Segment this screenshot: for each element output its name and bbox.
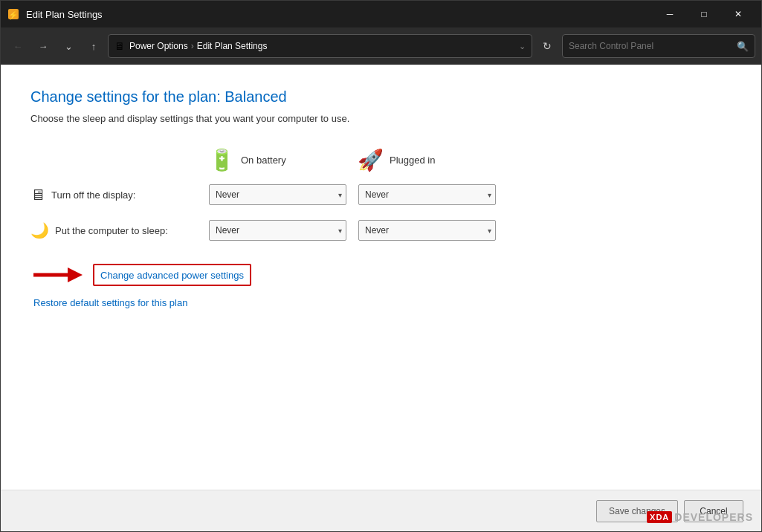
window-title: Edit Plan Settings [26, 9, 653, 20]
address-part1: Power Options [129, 41, 188, 51]
search-box[interactable]: 🔍 [562, 34, 755, 58]
restore-defaults-link[interactable]: Restore default settings for this plan [33, 297, 187, 308]
display-setting-label: 🖥 Turn off the display: [30, 186, 209, 204]
sleep-label-text: Put the computer to sleep: [55, 225, 168, 236]
advanced-link-box: Change advanced power settings [93, 264, 251, 286]
col-header-battery-label: On battery [241, 155, 286, 166]
display-battery-dropdown[interactable]: Never 1 minute 2 minutes 5 minutes 10 mi… [209, 184, 346, 205]
sleep-plugged-dropdown-wrapper[interactable]: Never 1 minute 2 minutes 5 minutes 10 mi… [358, 220, 496, 241]
display-battery-dropdown-wrapper[interactable]: Never 1 minute 2 minutes 5 minutes 10 mi… [209, 184, 346, 205]
content-main: Change settings for the plan: Balanced C… [1, 65, 761, 490]
address-icon: 🖥 [114, 40, 125, 52]
restore-link-wrapper: Restore default settings for this plan [33, 296, 732, 309]
address-path: Power Options › Edit Plan Settings [129, 41, 267, 51]
content-area: Change settings for the plan: Balanced C… [1, 65, 761, 531]
sleep-plugged-dropdown[interactable]: Never 1 minute 2 minutes 5 minutes 10 mi… [358, 220, 496, 241]
forward-button[interactable]: → [32, 35, 54, 57]
title-bar: ⚡ Edit Plan Settings ─ □ ✕ [1, 1, 761, 27]
address-bar[interactable]: 🖥 Power Options › Edit Plan Settings ⌄ [108, 34, 532, 58]
advanced-link-wrapper: Change advanced power settings [30, 262, 732, 288]
address-dropdown-icon: ⌄ [519, 42, 526, 51]
watermark-box-text: XDA [647, 511, 672, 523]
up-button[interactable]: ↑ [83, 35, 105, 57]
display-dropdowns: Never 1 minute 2 minutes 5 minutes 10 mi… [209, 184, 496, 205]
plugged-icon: 🚀 [358, 148, 384, 172]
window-controls: ─ □ ✕ [653, 1, 755, 27]
sleep-setting-row: 🌙 Put the computer to sleep: Never 1 min… [30, 220, 732, 241]
dropdown-button[interactable]: ⌄ [57, 35, 80, 57]
address-separator: › [191, 41, 194, 51]
advanced-power-settings-link[interactable]: Change advanced power settings [100, 270, 244, 281]
col-header-battery: 🔋 On battery [209, 148, 358, 172]
close-button[interactable]: ✕ [721, 1, 755, 27]
settings-table: 🖥 Turn off the display: Never 1 minute 2… [30, 184, 732, 241]
sleep-battery-dropdown[interactable]: Never 1 minute 2 minutes 5 minutes 10 mi… [209, 220, 346, 241]
nav-bar: ← → ⌄ ↑ 🖥 Power Options › Edit Plan Sett… [1, 27, 761, 65]
minimize-button[interactable]: ─ [653, 1, 687, 27]
display-setting-row: 🖥 Turn off the display: Never 1 minute 2… [30, 184, 732, 205]
bottom-bar: Save changes Cancel [1, 490, 761, 531]
sleep-dropdowns: Never 1 minute 2 minutes 5 minutes 10 mi… [209, 220, 496, 241]
col-header-plugged: 🚀 Plugged in [358, 148, 506, 172]
search-input[interactable] [569, 41, 732, 51]
display-plugged-dropdown-wrapper[interactable]: Never 1 minute 2 minutes 5 minutes 10 mi… [358, 184, 496, 205]
refresh-button[interactable]: ↻ [535, 34, 559, 58]
battery-icon: 🔋 [209, 148, 235, 172]
page-title: Change settings for the plan: Balanced [30, 88, 732, 106]
watermark-suffix: DEVELOPERS [674, 511, 753, 523]
col-header-plugged-label: Plugged in [390, 155, 435, 166]
column-headers: 🔋 On battery 🚀 Plugged in [30, 148, 732, 172]
maximize-button[interactable]: □ [687, 1, 721, 27]
sleep-battery-dropdown-wrapper[interactable]: Never 1 minute 2 minutes 5 minutes 10 mi… [209, 220, 346, 241]
display-plugged-dropdown[interactable]: Never 1 minute 2 minutes 5 minutes 10 mi… [358, 184, 496, 205]
search-icon: 🔍 [737, 41, 749, 52]
display-label-text: Turn off the display: [51, 189, 135, 201]
back-button[interactable]: ← [7, 35, 29, 57]
links-section: Change advanced power settings Restore d… [30, 262, 732, 309]
page-subtitle: Choose the sleep and display settings th… [30, 113, 732, 124]
svg-marker-3 [68, 267, 83, 282]
watermark: XDA DEVELOPERS [647, 511, 753, 523]
sleep-setting-label: 🌙 Put the computer to sleep: [30, 221, 209, 239]
highlight-arrow [30, 262, 84, 288]
sleep-icon: 🌙 [30, 221, 49, 239]
svg-text:⚡: ⚡ [8, 10, 19, 20]
display-icon: 🖥 [30, 186, 45, 204]
address-part2: Edit Plan Settings [197, 41, 268, 51]
window-icon: ⚡ [7, 7, 20, 21]
